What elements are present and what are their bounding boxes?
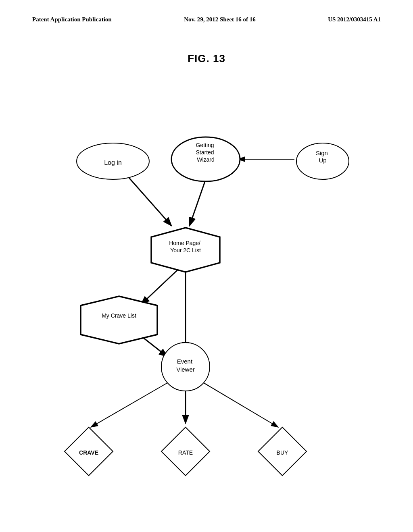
getting-started-label: Getting Started Wizard xyxy=(196,142,215,163)
page-header: Patent Application Publication Nov. 29, … xyxy=(0,16,413,23)
figure-title: FIG. 13 xyxy=(188,52,225,65)
svg-line-3 xyxy=(141,270,177,304)
svg-line-2 xyxy=(190,179,206,226)
diagram: Log in Getting Started Wizard Sign Up Ho… xyxy=(0,64,413,532)
svg-line-7 xyxy=(91,383,167,427)
my-crave-label: My Crave List xyxy=(102,312,136,319)
svg-line-1 xyxy=(125,173,171,226)
header-right: US 2012/0303415 A1 xyxy=(328,16,381,23)
rate-label: RATE xyxy=(178,449,193,456)
crave-label: CRAVE xyxy=(79,449,98,456)
svg-line-8 xyxy=(204,383,278,427)
header-left: Patent Application Publication xyxy=(32,16,112,23)
buy-label: BUY xyxy=(277,449,288,456)
login-label: Log in xyxy=(104,159,122,166)
svg-marker-15 xyxy=(81,296,157,344)
header-center: Nov. 29, 2012 Sheet 16 of 16 xyxy=(184,16,256,23)
